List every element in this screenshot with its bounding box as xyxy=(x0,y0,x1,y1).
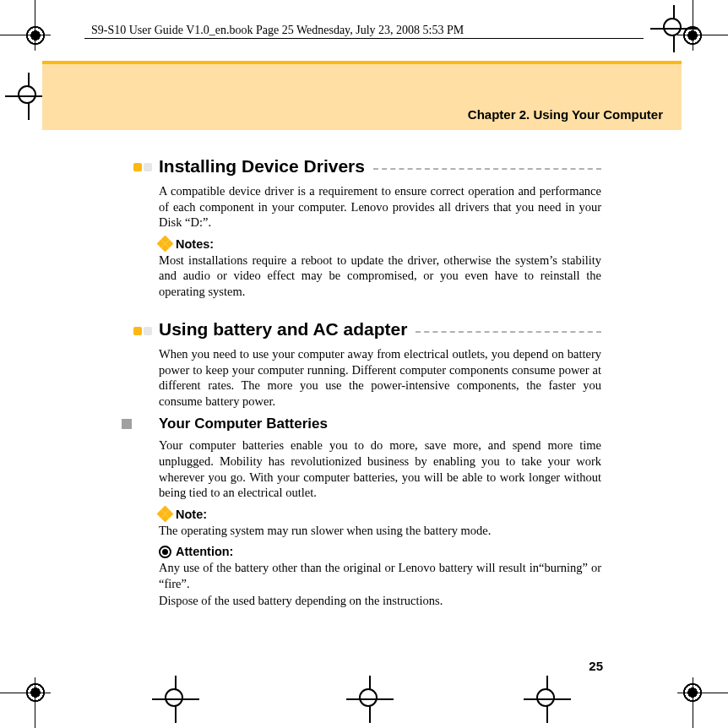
batteries-body: Your computer batteries enable you to do… xyxy=(159,437,601,500)
attention-body-2: Dispose of the used battery depending on… xyxy=(159,593,601,609)
section-title-drivers: Installing Device Drivers xyxy=(159,156,365,177)
section-head-battery: Using battery and AC adapter xyxy=(133,319,601,340)
subhead-batteries: Your Computer Batteries xyxy=(159,416,328,432)
notes-label: Notes: xyxy=(176,237,214,251)
header-rule xyxy=(84,38,644,39)
attention-head: Attention: xyxy=(159,545,601,558)
crosshair-bottom-right xyxy=(524,676,571,723)
attention-body-1: Any use of the battery other than the or… xyxy=(159,560,601,591)
crosshair-bottom-left2 xyxy=(152,676,199,723)
batteries-note-body: The operating system may run slower when… xyxy=(159,523,601,539)
cropline-bot-l xyxy=(0,693,51,693)
note-label: Note: xyxy=(176,508,207,521)
crosshair-bottom-left xyxy=(346,676,394,723)
note-head-batteries: Note: xyxy=(159,508,601,521)
page-number: 25 xyxy=(589,659,603,673)
attention-label: Attention: xyxy=(176,545,233,558)
section-head-drivers: Installing Device Drivers xyxy=(133,156,601,177)
clover-icon xyxy=(159,508,171,520)
crop-mark-tl xyxy=(12,12,59,59)
cropline-r-top xyxy=(693,0,693,51)
battery-body: When you need to use your computer away … xyxy=(159,346,601,409)
drivers-notes-body: Most installations require a reboot to u… xyxy=(159,253,601,300)
notes-head-drivers: Notes: xyxy=(159,237,601,251)
dash-rule xyxy=(373,168,601,170)
cropline-top-r xyxy=(677,35,728,35)
dash-rule xyxy=(416,331,601,333)
section-title-battery: Using battery and AC adapter xyxy=(159,319,407,340)
cropline-top xyxy=(0,35,51,35)
clover-icon xyxy=(159,237,171,250)
page-content: Installing Device Drivers A compatible d… xyxy=(159,156,601,616)
attention-icon xyxy=(159,546,171,558)
cropline-bot-r xyxy=(677,693,728,693)
chapter-title: Chapter 2. Using Your Computer xyxy=(468,107,663,122)
crosshair-top xyxy=(650,5,698,52)
square-bullet-icon xyxy=(122,419,132,429)
cropline-l-bot xyxy=(35,677,35,728)
cropline-r-bot xyxy=(693,677,693,728)
section-bullet-icon xyxy=(133,323,152,336)
chapter-banner: Chapter 2. Using Your Computer xyxy=(42,61,682,130)
drivers-body: A compatible device driver is a requirem… xyxy=(159,183,601,231)
running-header: S9-S10 User Guide V1.0_en.book Page 25 W… xyxy=(91,24,464,37)
section-bullet-icon xyxy=(133,160,152,173)
subhead-row-batteries: Your Computer Batteries xyxy=(122,416,601,432)
cropline-l-top xyxy=(35,0,35,51)
